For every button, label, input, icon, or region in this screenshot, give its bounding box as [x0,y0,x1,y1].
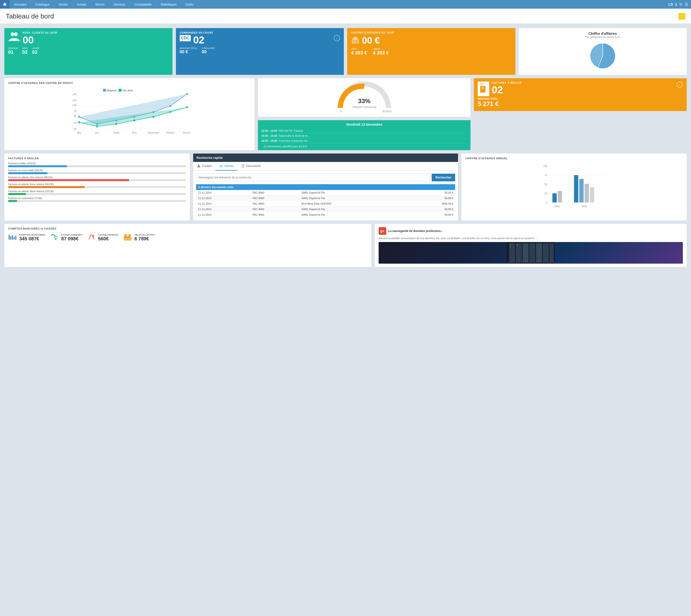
fac-info: FACTURES À RÉGLER 02 [492,82,522,96]
progress-item: Factures en attente 2ème relance (56/130… [8,183,186,188]
svg-text:0: 0 [340,110,341,113]
svg-rect-82 [128,237,130,238]
ca-label: CHIFFRE D'AFFAIRES DU JOUR [351,31,512,34]
svg-rect-70 [590,188,594,202]
info-icon[interactable]: ℹ [675,2,677,7]
svg-point-36 [152,116,154,118]
svg-point-34 [115,123,117,125]
top-cards-row: NOUV. CLIENTS DU JOUR 00 SEMAINE 01 MOIS… [4,28,687,75]
svg-point-84 [128,234,131,237]
docs-header: 5 derniers documents créés [196,184,455,190]
compte-bancaires: COMPTES BANCAIRES 345 087€ [8,233,45,242]
table-row: 11-11-2014 FAC-90k0 SARL Dupont & Fils 5… [196,196,455,201]
compte-telecollectes: TELECOLLECTES 6 789€ [123,233,154,242]
nav-achats[interactable]: Achats [72,0,91,9]
svg-text:0K: 0K [74,128,77,131]
clients-value: 00 [23,35,57,45]
fac-arrow-btn[interactable]: › [676,82,683,88]
third-row: FACTURES À RÉGLER Factures à éditer (43/… [4,154,687,220]
svg-text:0: 0 [546,201,547,204]
calendar-card: Vendredi 13 Novembre 12:00 - 13:00 RDV A… [258,120,471,150]
svg-point-31 [186,93,188,95]
clients-sub-row: SEMAINE 01 MOIS 02 ANNÉE 02 [8,47,169,55]
svg-rect-9 [118,89,122,92]
search-header: Recherche rapide [193,154,458,162]
svg-text:5K: 5K [74,115,77,117]
svg-point-32 [78,122,80,123]
tab-documents[interactable]: Documents [238,162,265,171]
svg-point-78 [93,235,94,237]
svg-text:10K: 10K [72,104,77,107]
user-initials: LD [668,2,673,6]
tab-articles[interactable]: Articles [215,162,237,171]
nav-comptabilite[interactable]: Comptabilité [130,0,156,9]
svg-point-28 [133,116,135,118]
fac-badge: FAC [478,82,489,96]
compte-bancaires-icon [8,233,17,242]
commandes-realiser: À RÉALISER 00 [202,47,215,54]
annual-title: CHIFFRE D'AFFAIRES ANNUEL [465,157,683,160]
refresh-icon[interactable]: ↻ [679,2,682,7]
commandes-arrow[interactable]: › [334,35,340,41]
clients-semaine: SEMAINE 01 [8,47,18,55]
right-column: FAC FACTURES À RÉGLER 02 [474,78,687,150]
annual-chart-svg: 100 75 50 25 0 2006 [465,162,683,215]
calendar-event-2: 14:00 - 15:00 Reprendre le devis de la .… [261,133,468,138]
svg-rect-54 [481,89,483,89]
svg-text:Octobre: Octobre [166,131,175,134]
table-row: 11-11-2014 FAC-90k0 SARL Dupont & Fils 5… [196,190,455,196]
tab-contact[interactable]: Contact [193,162,215,171]
svg-rect-67 [574,175,579,202]
table-row: 11-11-2014 FAC-90k0 SARL Dupont & Fils 5… [196,206,455,212]
sticky-note[interactable] [678,13,685,20]
factures-title: FACTURES À RÉGLER [8,157,186,160]
svg-point-37 [169,111,171,113]
page-title: Tableau de bord [6,13,54,20]
middle-column: 33% Objectif Commercial 0 80 000 € Vendr… [258,78,471,150]
nav-ventes[interactable]: Ventes [54,0,72,9]
svg-point-1 [14,32,18,36]
calendar-event-3: 16:00 - 18:00 Pashmina entreprise hor... [261,138,468,144]
svg-rect-65 [553,193,557,202]
progress-items: Factures à éditer (43/130) Factures en e… [8,162,186,202]
svg-rect-97 [517,246,518,246]
svg-text:2K: 2K [74,122,77,125]
commandes-value: 02 [193,35,204,45]
svg-rect-77 [15,236,16,240]
svg-text:Magasin: Magasin [107,89,116,92]
nav-stocks[interactable]: Stocks [91,0,109,9]
nav-catalogue[interactable]: Catalogue [31,0,54,9]
pie-container [523,40,683,71]
nav-statistiques[interactable]: Statistiques [156,0,181,9]
search-input[interactable] [196,174,430,181]
factures-orange-card: FAC FACTURES À RÉGLER 02 [474,78,687,111]
top-navigation: Annuaire Catalogue Ventes Achats Stocks … [0,0,691,9]
compte-cheques: CAISSE CHEQUES 87 098€ [50,233,82,242]
clients-label: NOUV. CLIENTS DU JOUR [23,31,57,34]
calendar-date: Vendredi 13 Novembre [261,123,468,126]
search-button[interactable]: Rechercher [432,174,455,181]
nav-annuaire[interactable]: Annuaire [9,0,31,9]
comptes-title: COMPTES BANCAIRES et CAISSES [8,227,368,230]
svg-text:15K: 15K [72,93,77,96]
search-input-row: Rechercher [196,174,455,181]
home-button[interactable] [0,0,9,9]
nav-outils[interactable]: Outils [181,0,198,9]
svg-rect-90 [536,243,542,262]
svg-text:Site Web: Site Web [122,89,133,92]
nav-services[interactable]: Services [109,0,130,9]
menu-icon[interactable]: ☰ [685,2,688,7]
commandes-card: COMMANDES EN COURS CDC 02 › MONTANT TOTA… [176,28,344,75]
ca-value: 00 € [362,36,380,45]
svg-text:2006: 2006 [555,205,560,208]
profit-chart-card: CHIFFRE D'AFFAIRES PAR CENTRE DE PROFIT … [4,78,255,150]
svg-rect-81 [126,237,128,238]
gplus-text: Assurer la parfaite conservation de vos … [379,237,683,240]
progress-item: Factures en contentieux (7/130) [8,197,186,202]
svg-rect-80 [124,237,126,238]
calendar-more: ...12 évènements planifiés pour le13/11 [261,145,468,148]
compte-telecollectes-icon [123,233,132,242]
factures-regler-card: FACTURES À RÉGLER Factures à éditer (43/… [4,154,190,220]
svg-text:75: 75 [545,174,547,177]
page-header: Tableau de bord [0,9,691,24]
